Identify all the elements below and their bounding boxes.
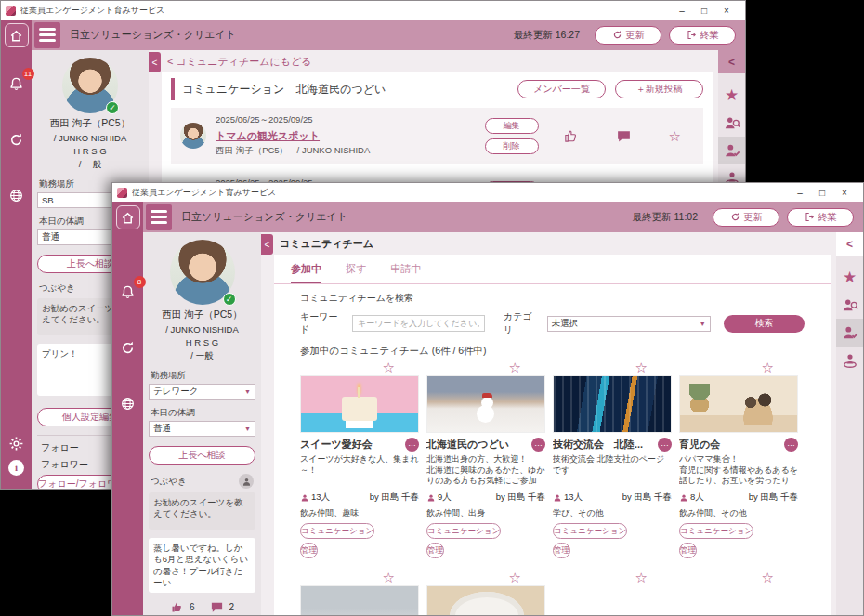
- delete-button[interactable]: 削除: [485, 138, 539, 154]
- menu-button[interactable]: [146, 204, 172, 230]
- manage-button[interactable]: 管理: [553, 543, 570, 558]
- sidebar-collapse-button[interactable]: <: [149, 52, 161, 72]
- notification-badge: 11: [22, 68, 34, 80]
- favorites-rail-button[interactable]: [836, 263, 863, 291]
- keyword-label: キーワード: [300, 310, 345, 336]
- community-image-fog[interactable]: [300, 585, 419, 615]
- favorites-rail-button[interactable]: [718, 81, 745, 109]
- community-rail-button[interactable]: [836, 319, 863, 347]
- end-work-button[interactable]: 終業: [787, 208, 854, 227]
- refresh-rail-button[interactable]: [116, 335, 140, 360]
- panel-collapse-button[interactable]: <: [836, 232, 863, 256]
- refresh-button[interactable]: 更新: [713, 208, 779, 227]
- manage-button[interactable]: 管理: [679, 543, 697, 558]
- community-card-grid: スイーツ愛好会 スイーツが大好きな人、集まれ～！ 13人 by 田島 千春 飲み…: [283, 358, 821, 558]
- search-button[interactable]: 検索: [724, 315, 805, 333]
- titlebar[interactable]: 従業員エンゲージメント育みサービス – □ ×: [1, 1, 745, 20]
- user-name: 西田 洵子（PC5）: [149, 308, 255, 321]
- community-image-plate[interactable]: [426, 585, 545, 615]
- person-search-icon: [724, 114, 740, 131]
- refresh-button[interactable]: 更新: [595, 26, 661, 45]
- minimize-button[interactable]: –: [789, 188, 811, 198]
- language-button[interactable]: [5, 183, 29, 207]
- member-search-rail-button[interactable]: [718, 109, 745, 137]
- manage-button[interactable]: 管理: [300, 543, 318, 558]
- more-options-icon[interactable]: [531, 438, 545, 452]
- tab-pending[interactable]: 申請中: [390, 262, 421, 283]
- favorite-star-icon[interactable]: [635, 570, 648, 585]
- notifications-button[interactable]: 8: [116, 280, 140, 304]
- post-title-link[interactable]: トマムの観光スポット: [216, 129, 320, 143]
- keyword-input[interactable]: [352, 315, 485, 332]
- community-image-family[interactable]: [679, 375, 798, 433]
- favorite-star-icon[interactable]: [635, 360, 648, 375]
- community-title[interactable]: 北海道民のつどい: [426, 438, 531, 452]
- community-title[interactable]: スイーツ愛好会: [300, 438, 405, 452]
- close-button[interactable]: ×: [715, 6, 738, 16]
- member-list-button[interactable]: メンバー一覧: [517, 80, 606, 98]
- titlebar[interactable]: 従業員エンゲージメント育みサービス – □ ×: [112, 183, 863, 202]
- more-options-icon[interactable]: [784, 438, 798, 452]
- user-name: 西田 洵子（PC5）: [37, 117, 143, 130]
- avatar: ✓: [62, 58, 118, 113]
- back-link[interactable]: < コミュニティチームにもどる: [167, 56, 312, 67]
- community-image-cake[interactable]: [300, 375, 419, 433]
- communication-button[interactable]: コミュニケーション: [426, 523, 501, 539]
- brand-title: 日立ソリューションズ・クリエイト: [70, 28, 514, 42]
- new-post-button[interactable]: ＋新規投稿: [615, 80, 703, 98]
- post-row: 2025/06/25～2025/09/25 トマムの観光スポット 西田 洵子（P…: [171, 108, 703, 164]
- tab-joined[interactable]: 参加中: [291, 262, 321, 283]
- communication-button[interactable]: コミュニケーション: [553, 523, 627, 539]
- close-button[interactable]: ×: [833, 188, 856, 198]
- tweet-input[interactable]: 蒸し暑いですね。しかも6月と思えないくらいの暑さ！プール行きたーい: [149, 538, 255, 593]
- like-count: 6: [190, 602, 195, 612]
- maximize-button[interactable]: □: [811, 188, 833, 198]
- more-options-icon[interactable]: [658, 438, 672, 452]
- communication-button[interactable]: コミュニケーション: [300, 523, 374, 539]
- member-search-rail-button[interactable]: [836, 291, 863, 319]
- communication-button[interactable]: コミュニケーション: [679, 523, 753, 539]
- category-select[interactable]: 未選択▼: [547, 316, 711, 332]
- home-button[interactable]: [5, 23, 29, 47]
- work-location-select[interactable]: テレワーク▼: [149, 384, 255, 400]
- refresh-icon: [730, 212, 740, 222]
- settings-button[interactable]: [5, 431, 29, 455]
- favorite-star-icon[interactable]: [509, 360, 521, 375]
- favorite-star-icon[interactable]: [669, 129, 681, 143]
- tab-explore[interactable]: 探す: [346, 262, 366, 283]
- favorite-star-icon[interactable]: [762, 360, 774, 375]
- star-icon: [725, 87, 739, 103]
- thanks-rail-button[interactable]: [836, 347, 863, 374]
- category-label: カテゴリ: [504, 310, 540, 336]
- favorite-star-icon[interactable]: [383, 570, 395, 585]
- community-title[interactable]: 技術交流会 北陸...: [553, 438, 658, 452]
- notifications-button[interactable]: 11: [5, 72, 29, 96]
- sidebar-collapse-button[interactable]: <: [261, 234, 273, 255]
- like-icon[interactable]: [170, 600, 184, 614]
- comment-icon[interactable]: [210, 600, 224, 614]
- refresh-rail-button[interactable]: [5, 127, 29, 151]
- home-button[interactable]: [116, 205, 140, 229]
- more-options-icon[interactable]: [405, 438, 419, 452]
- edit-button[interactable]: 編集: [485, 118, 539, 134]
- menu-button[interactable]: [34, 22, 60, 48]
- panel-collapse-button[interactable]: <: [718, 50, 745, 73]
- consult-button[interactable]: 上長へ相談: [149, 446, 255, 465]
- end-work-button[interactable]: 終業: [669, 26, 736, 45]
- community-image-snowman[interactable]: [426, 375, 545, 433]
- info-button[interactable]: i: [5, 455, 29, 479]
- comment-icon[interactable]: [616, 128, 632, 144]
- language-button[interactable]: [116, 391, 140, 415]
- community-title[interactable]: 育児の会: [679, 438, 784, 452]
- community-image-tech[interactable]: [553, 375, 672, 433]
- favorite-star-icon[interactable]: [383, 360, 395, 375]
- manage-button[interactable]: 管理: [426, 543, 444, 558]
- like-icon[interactable]: [563, 128, 579, 144]
- maximize-button[interactable]: □: [693, 6, 715, 16]
- condition-select[interactable]: 普通▼: [149, 421, 255, 437]
- minimize-button[interactable]: –: [671, 6, 693, 16]
- community-rail-button[interactable]: [718, 137, 745, 164]
- community-desc: スイーツが大好きな人、集まれ～！: [300, 454, 419, 488]
- favorite-star-icon[interactable]: [762, 570, 774, 585]
- favorite-star-icon[interactable]: [509, 570, 521, 585]
